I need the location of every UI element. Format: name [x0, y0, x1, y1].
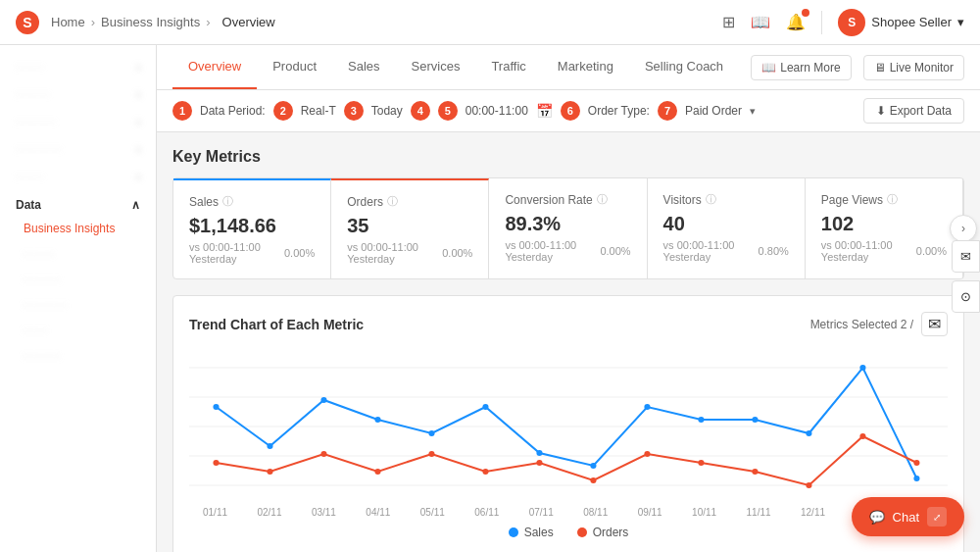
metric-visitors-value: 40 [663, 213, 789, 235]
tab-traffic[interactable]: Traffic [475, 45, 541, 89]
svg-point-15 [644, 404, 650, 410]
svg-point-33 [859, 433, 865, 439]
filter-badge-4[interactable]: 4 [411, 101, 430, 121]
filter-realtime: Real-T [301, 104, 336, 118]
visitors-info-icon[interactable]: ⓘ [706, 192, 716, 207]
tab-product[interactable]: Product [257, 45, 332, 89]
svg-point-32 [806, 482, 811, 488]
filter-badge-2[interactable]: 2 [273, 101, 293, 121]
sidebar-item-blurred-3[interactable]: · · · · · · ·› [0, 108, 156, 135]
floating-actions: ✉ ⊙ [952, 240, 980, 313]
metric-visitors-compare: vs 00:00-11:00 Yesterday [663, 239, 759, 263]
sidebar-item-blurred-sub2[interactable]: · · · · · · [0, 267, 156, 292]
filter-data-period: Data Period: [200, 104, 266, 118]
svg-point-12 [482, 404, 488, 410]
sidebar-item-blurred-5[interactable]: · · · · ·› [0, 163, 156, 190]
grid-icon[interactable]: ⊞ [722, 13, 735, 31]
metric-sales-compare: vs 00:00-11:00 Yesterday [189, 241, 284, 265]
svg-point-9 [320, 397, 326, 403]
metric-card-visitors: Visitors ⓘ 40 vs 00:00-11:00 Yesterday 0… [648, 178, 806, 278]
learn-more-button[interactable]: 📖 Learn More [751, 55, 851, 80]
sidebar-item-blurred-sub5[interactable]: · · · · · · [0, 343, 156, 369]
tab-sales[interactable]: Sales [332, 45, 396, 89]
sidebar-item-blurred-sub3[interactable]: · · · · · · · [0, 292, 156, 318]
svg-point-24 [374, 469, 380, 475]
svg-point-13 [536, 450, 542, 456]
filter-badge-7[interactable]: 7 [658, 101, 677, 121]
svg-point-8 [267, 443, 272, 449]
filter-badge-5[interactable]: 5 [438, 101, 458, 121]
svg-point-10 [374, 417, 380, 423]
tab-marketing[interactable]: Marketing [542, 45, 629, 89]
svg-point-22 [267, 469, 272, 475]
chart-header: Trend Chart of Each Metric Metrics Selec… [189, 312, 948, 336]
metric-conversion-label: Conversion Rate [505, 193, 592, 207]
metric-card-sales: Sales ⓘ $1,148.66 vs 00:00-11:00 Yesterd… [173, 178, 331, 278]
metric-card-conversion: Conversion Rate ⓘ 89.3% vs 00:00-11:00 Y… [489, 178, 647, 278]
metric-pageviews-pct: 0.00% [916, 245, 947, 257]
breadcrumb-home[interactable]: Home [51, 15, 85, 29]
filter-badge-1[interactable]: 1 [172, 101, 192, 121]
metrics-next-button[interactable]: › [950, 215, 977, 242]
metric-card-orders: Orders ⓘ 35 vs 00:00-11:00 Yesterday 0.0… [331, 178, 489, 278]
chat-icon: 💬 [869, 510, 885, 525]
orders-info-icon[interactable]: ⓘ [387, 194, 398, 209]
filter-today: Today [371, 104, 403, 118]
metric-sales-value: $1,148.66 [189, 215, 315, 237]
notification-icon[interactable]: 🔔 [786, 13, 806, 31]
sales-info-icon[interactable]: ⓘ [222, 194, 233, 209]
sidebar-item-blurred-4[interactable]: · · · · · · · ·› [0, 135, 156, 163]
tab-selling-coach[interactable]: Selling Coach [629, 45, 739, 89]
help-icon[interactable]: ⊙ [952, 280, 980, 313]
svg-point-14 [590, 463, 596, 469]
sidebar-item-blurred-sub4[interactable]: · · · · [0, 318, 156, 343]
sidebar-item-business-insights[interactable]: Business Insights [0, 216, 156, 241]
svg-point-30 [698, 460, 704, 466]
header: S Home › Business Insights › Overview ⊞ … [0, 0, 980, 45]
export-data-button[interactable]: ⬇ Export Data [863, 98, 964, 124]
svg-point-17 [752, 417, 758, 423]
legend-sales: Sales [509, 526, 554, 539]
breadcrumb-section[interactable]: Business Insights [101, 15, 200, 29]
metric-card-pageviews: Page Views ⓘ 102 vs 00:00-11:00 Yesterda… [806, 178, 963, 278]
metric-sales-pct: 0.00% [284, 247, 315, 259]
metric-conversion-compare: vs 00:00-11:00 Yesterday [505, 239, 600, 263]
chat-label: Chat [893, 510, 919, 525]
feedback-icon[interactable]: ✉ [952, 240, 980, 273]
sidebar-item-blurred-2[interactable]: · · · · · ·› [0, 80, 156, 108]
svg-point-19 [859, 365, 865, 371]
conversion-info-icon[interactable]: ⓘ [597, 192, 608, 207]
bookmark-icon[interactable]: 📖 [751, 13, 770, 31]
avatar: S [838, 9, 865, 36]
sidebar: · · · · ·› · · · · · ·› · · · · · · ·› ·… [0, 45, 157, 552]
download-icon: ⬇ [876, 104, 886, 118]
metric-orders-pct: 0.00% [442, 247, 472, 259]
legend-orders-label: Orders [593, 526, 629, 539]
pageviews-info-icon[interactable]: ⓘ [887, 192, 898, 207]
tab-services[interactable]: Services [396, 45, 476, 89]
filter-badge-6[interactable]: 6 [561, 101, 580, 121]
calendar-icon[interactable]: 📅 [536, 103, 553, 119]
svg-point-29 [644, 451, 650, 457]
monitor-icon: 🖥 [874, 61, 886, 75]
sidebar-item-blurred-sub1[interactable]: · · · · · [0, 241, 156, 267]
live-monitor-button[interactable]: 🖥 Live Monitor [863, 55, 964, 80]
sidebar-item-blurred-1[interactable]: · · · · ·› [0, 53, 156, 80]
metrics-row: Sales ⓘ $1,148.66 vs 00:00-11:00 Yesterd… [172, 177, 964, 279]
chat-expand-icon[interactable]: ⤢ [927, 507, 947, 527]
shopee-logo[interactable]: S [16, 11, 39, 34]
sidebar-section-data[interactable]: Data ∧ [0, 190, 156, 216]
chart-email-icon[interactable]: ✉ [921, 312, 948, 336]
chat-button[interactable]: 💬 Chat ⤢ [852, 497, 964, 536]
order-type-dropdown-icon[interactable]: ▾ [750, 105, 756, 118]
filter-time-range: 00:00-11:00 [466, 104, 528, 118]
metric-conversion-value: 89.3% [505, 213, 630, 235]
svg-point-18 [806, 430, 811, 436]
svg-point-21 [213, 460, 219, 466]
tab-overview[interactable]: Overview [172, 45, 257, 89]
legend-orders: Orders [577, 526, 629, 539]
filter-badge-3[interactable]: 3 [344, 101, 364, 121]
user-menu[interactable]: S Shopee Seller ▾ [838, 9, 964, 36]
svg-point-11 [428, 430, 434, 436]
filter-bar: 1 Data Period: 2 Real-T 3 Today 4 5 00:0… [157, 90, 980, 132]
